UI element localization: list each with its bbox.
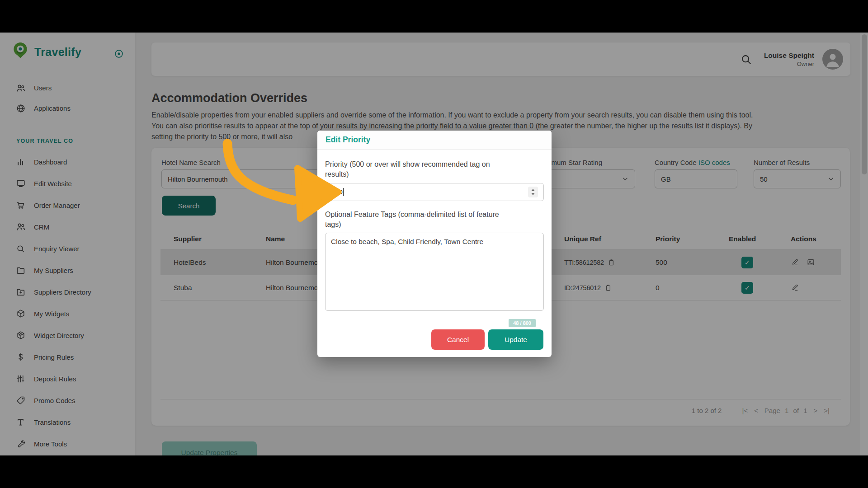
app-viewport: Travelify Users Applications YOUR TRAVEL… — [0, 33, 868, 455]
number-stepper-icon[interactable] — [528, 187, 538, 197]
char-count-badge: 48 / 800 — [509, 319, 536, 327]
feature-tags-textarea[interactable]: Close to beach, Spa, Child Friendly, Tow… — [325, 233, 544, 311]
update-button[interactable]: Update — [488, 329, 543, 350]
modal-body: Priority (500 or over will show recommen… — [317, 150, 552, 322]
priority-field-label: Priority (500 or over will show recommen… — [325, 160, 513, 179]
letterbox-bottom — [0, 455, 868, 488]
priority-value: 500 — [331, 188, 343, 196]
cancel-button[interactable]: Cancel — [431, 329, 485, 350]
modal-title: Edit Priority — [326, 135, 370, 145]
text-cursor — [343, 188, 344, 196]
letterbox-top — [0, 0, 868, 33]
priority-number-input[interactable]: 500 — [325, 183, 544, 201]
modal-header: Edit Priority — [317, 131, 552, 150]
edit-priority-modal: Edit Priority Priority (500 or over will… — [317, 131, 552, 357]
feature-tags-label: Optional Feature Tags (comma-delimited l… — [325, 210, 513, 230]
